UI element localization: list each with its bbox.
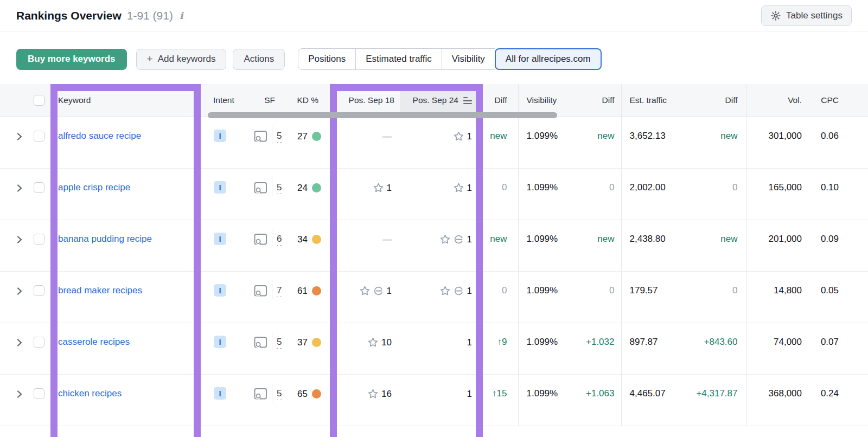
cell-visibility-diff: 0 xyxy=(575,271,621,323)
cell-pos-sep-18: 1 xyxy=(326,271,400,323)
header-diff-1[interactable]: Diff xyxy=(480,84,518,117)
header-checkbox-cell xyxy=(29,84,50,117)
row-checkbox[interactable] xyxy=(34,182,44,193)
header-pos-sep-18[interactable]: Pos. Sep 18 xyxy=(326,84,400,117)
row-checkbox[interactable] xyxy=(34,234,44,245)
tab-visibility[interactable]: Visibility xyxy=(442,48,495,70)
sf-count[interactable]: 7 xyxy=(277,285,282,297)
serp-features-icon[interactable] xyxy=(254,233,267,246)
cell-expand[interactable] xyxy=(0,374,29,426)
cell-visibility: 1.099% xyxy=(518,271,575,323)
header-visibility[interactable]: Visibility xyxy=(518,84,575,117)
divider xyxy=(272,177,272,196)
tab-positions[interactable]: Positions xyxy=(298,48,356,70)
header-volume[interactable]: Vol. xyxy=(746,84,803,117)
cell-checkbox xyxy=(29,220,50,271)
cell-sf: 5 xyxy=(239,168,290,220)
cell-visibility-diff: +1.063 xyxy=(575,374,621,426)
visibility-diff: 0 xyxy=(609,182,614,192)
table-settings-button[interactable]: Table settings xyxy=(761,5,852,26)
divider xyxy=(272,383,272,402)
keyword-link[interactable]: banana pudding recipe xyxy=(58,234,152,244)
visibility-diff: +1.032 xyxy=(586,337,614,347)
table-row: alfredo sauce recipeI527—1new1.099%new3,… xyxy=(0,117,868,168)
position-value: 1 xyxy=(387,286,392,297)
sf-count[interactable]: 5 xyxy=(277,131,282,143)
cell-expand[interactable] xyxy=(0,323,29,374)
cell-cpc: 0.07 xyxy=(803,323,840,374)
sf-count[interactable]: 6 xyxy=(277,234,282,246)
table-row: apple crisp recipeI5241101.099%02,002.00… xyxy=(0,168,868,220)
cell-pos-sep-18: 1 xyxy=(326,168,400,220)
result-range: 1-91 (91) xyxy=(127,9,173,22)
gear-icon xyxy=(770,10,781,21)
intent-badge[interactable]: I xyxy=(214,284,226,297)
traffic-diff: 0 xyxy=(732,285,737,295)
sf-count[interactable]: 5 xyxy=(277,337,282,349)
tab-all-for-domain[interactable]: All for allrecipes.com xyxy=(495,48,602,70)
header-kd[interactable]: KD % xyxy=(290,84,326,117)
row-checkbox[interactable] xyxy=(34,131,44,142)
tab-estimated-traffic[interactable]: Estimated traffic xyxy=(355,48,442,70)
intent-badge[interactable]: I xyxy=(214,130,226,142)
row-checkbox[interactable] xyxy=(34,285,44,296)
info-icon[interactable]: i xyxy=(178,10,184,21)
cell-pos-sep-24: 1 xyxy=(400,271,480,323)
header-spacer xyxy=(840,84,868,117)
cell-expand[interactable] xyxy=(0,271,29,323)
cell-spacer xyxy=(840,220,868,271)
serp-features-icon[interactable] xyxy=(254,130,267,143)
intent-badge[interactable]: I xyxy=(214,181,226,194)
header-expand xyxy=(0,84,29,117)
cell-position-diff: 0 xyxy=(480,271,518,323)
header-sf[interactable]: SF xyxy=(239,84,290,117)
header-diff-3[interactable]: Diff xyxy=(686,84,746,117)
select-all-checkbox[interactable] xyxy=(34,95,44,106)
intent-badge[interactable]: I xyxy=(214,336,226,348)
header-est-traffic[interactable]: Est. traffic xyxy=(621,84,686,117)
cell-expand[interactable] xyxy=(0,220,29,271)
cell-cpc: 0.24 xyxy=(803,374,840,426)
star-icon xyxy=(454,183,464,193)
star-icon xyxy=(373,183,384,193)
keyword-link[interactable]: bread maker recipes xyxy=(58,285,142,295)
row-checkbox[interactable] xyxy=(34,388,44,399)
cell-visibility-diff: 0 xyxy=(575,168,621,220)
cell-pos-sep-18: 16 xyxy=(326,374,400,426)
row-checkbox[interactable] xyxy=(34,337,44,348)
traffic-diff: +4,317.87 xyxy=(696,388,737,399)
sf-count[interactable]: 5 xyxy=(277,388,282,400)
add-keywords-button[interactable]: + Add keywords xyxy=(136,49,227,70)
header-diff-2[interactable]: Diff xyxy=(575,84,621,117)
header-intent[interactable]: Intent xyxy=(201,84,239,117)
cell-traffic-diff: 0 xyxy=(686,168,746,220)
serp-features-icon[interactable] xyxy=(254,182,267,194)
serp-features-icon[interactable] xyxy=(254,285,267,297)
intent-badge[interactable]: I xyxy=(214,387,226,400)
cell-est-traffic: 179.57 xyxy=(621,271,686,323)
actions-button[interactable]: Actions xyxy=(233,49,285,70)
cell-pos-sep-18: 10 xyxy=(326,323,400,374)
position-diff: 0 xyxy=(502,182,507,192)
visibility-diff: +1.063 xyxy=(586,388,614,399)
cell-checkbox xyxy=(29,374,50,426)
keyword-link[interactable]: chicken recipes xyxy=(58,388,122,399)
header-cpc[interactable]: CPC xyxy=(803,84,840,117)
serp-features-icon[interactable] xyxy=(254,336,267,349)
header-keyword[interactable]: Keyword xyxy=(50,84,201,117)
cell-expand[interactable] xyxy=(0,168,29,220)
cell-expand[interactable] xyxy=(0,117,29,168)
cell-pos-sep-24: 1 xyxy=(400,323,480,374)
cell-checkbox xyxy=(29,117,50,168)
keyword-link[interactable]: alfredo sauce recipe xyxy=(58,131,141,141)
sf-count[interactable]: 5 xyxy=(277,182,282,194)
keyword-link[interactable]: casserole recipes xyxy=(58,337,130,347)
header-pos-sep-24[interactable]: Pos. Sep 24 xyxy=(400,84,480,117)
buy-more-keywords-button[interactable]: Buy more keywords xyxy=(16,49,127,70)
horizontal-scrollbar[interactable] xyxy=(208,112,557,118)
intent-badge[interactable]: I xyxy=(214,233,226,245)
cell-kd: 61 xyxy=(290,271,326,323)
keyword-link[interactable]: apple crisp recipe xyxy=(58,182,130,192)
serp-features-icon[interactable] xyxy=(254,388,267,400)
cell-cpc: 0.06 xyxy=(803,117,840,168)
